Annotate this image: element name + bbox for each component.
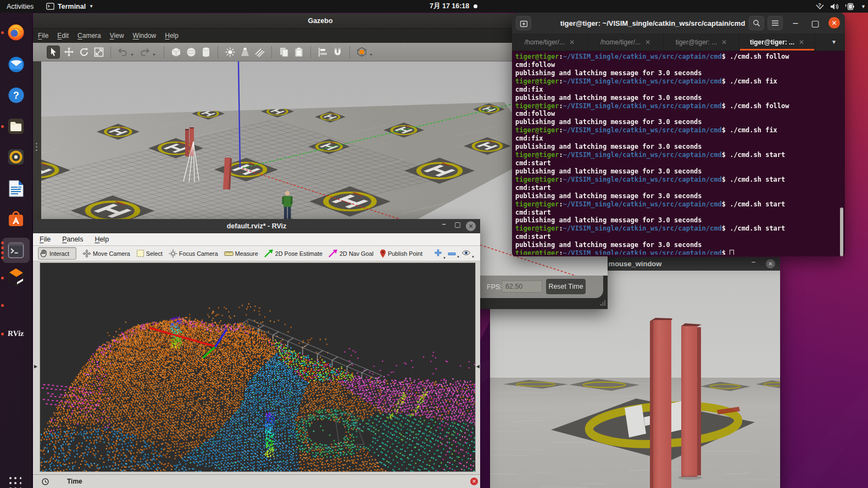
dock-item-files[interactable]: [6, 116, 26, 136]
dock-item-ubuntu-software[interactable]: [6, 209, 26, 229]
running-indicator-dot: [1, 333, 4, 335]
scrollbar-thumb[interactable]: [840, 207, 843, 256]
search-button[interactable]: [749, 16, 764, 30]
minimize-icon[interactable]: –: [752, 257, 755, 266]
gazebo-menu-window[interactable]: Window: [129, 32, 160, 40]
battery-icon: [844, 3, 855, 10]
rviz-tool-plus-icon[interactable]: ▼: [434, 249, 442, 259]
rviz-tool-minus-icon[interactable]: ▼: [448, 250, 456, 257]
menu-button[interactable]: [767, 16, 783, 30]
reset-time-button[interactable]: Reset Time: [546, 279, 586, 294]
terminal-tab-1[interactable]: /home/tiger/...✕: [512, 33, 588, 51]
tab-label: /home/tiger/...: [525, 38, 565, 46]
rviz-menu-file[interactable]: File: [35, 235, 55, 243]
tab-close-icon[interactable]: ✕: [569, 38, 575, 46]
gazebo-tool-cylinder-icon[interactable]: [200, 46, 212, 58]
gazebo-tool-redo-icon[interactable]: [139, 46, 151, 58]
gazebo-tool-snap-icon[interactable]: [332, 46, 343, 58]
terminal-tab-3[interactable]: tiger@tiger: ...✕: [664, 33, 739, 51]
show-applications-button[interactable]: [9, 477, 23, 488]
gazebo-tool-viewangle-icon[interactable]: [356, 46, 368, 58]
dropdown-arrow-icon[interactable]: ▼: [152, 46, 156, 58]
resize-grip-icon[interactable]: [600, 300, 606, 306]
mouse-window-title: mouse_window: [609, 260, 662, 268]
rviz-3d-view[interactable]: [40, 262, 476, 472]
gazebo-tool-pointlight-icon[interactable]: [224, 46, 236, 58]
rviz-titlebar[interactable]: default.rviz* - RViz – ▢ ✕: [33, 219, 480, 233]
tab-close-icon[interactable]: ✕: [799, 38, 804, 46]
fps-value-field[interactable]: 62.50: [502, 281, 542, 293]
tool-label: Interact: [49, 250, 69, 257]
rviz-menu-panels[interactable]: Panels: [57, 235, 88, 243]
dock-item-thunderbird[interactable]: [6, 54, 26, 74]
gazebo-tool-spotlight-icon[interactable]: [239, 46, 251, 58]
maximize-icon[interactable]: ▢: [809, 17, 821, 29]
clock[interactable]: 7月 17 16:18: [430, 0, 477, 13]
maximize-icon[interactable]: ▢: [452, 220, 463, 228]
gazebo-menu-view[interactable]: View: [106, 32, 128, 40]
system-status-area[interactable]: ? ▼: [815, 0, 866, 13]
activities-button[interactable]: Activities: [0, 0, 40, 13]
tab-close-icon[interactable]: ✕: [645, 38, 650, 46]
dropdown-arrow-icon[interactable]: ▼: [369, 46, 373, 58]
minimize-icon[interactable]: –: [438, 220, 449, 228]
toolbar-separator: [164, 46, 164, 58]
close-icon[interactable]: ✕: [766, 259, 775, 268]
dock-item-rviz[interactable]: RViz: [6, 324, 26, 344]
terminal-header[interactable]: tiger@tiger: ~/VISIM_single/catkin_ws/sr…: [512, 13, 845, 33]
terminal-tab-4[interactable]: tiger@tiger: ...✕: [739, 33, 815, 51]
running-indicator-dot: [1, 31, 4, 34]
terminal-tab-2[interactable]: /home/tiger/...✕: [588, 33, 664, 51]
close-icon[interactable]: ✕: [828, 17, 840, 29]
gazebo-tool-box-icon[interactable]: [170, 46, 182, 58]
minimize-icon[interactable]: –: [789, 17, 802, 29]
gazebo-tool-copy-icon[interactable]: [278, 46, 290, 58]
gazebo-menu-help[interactable]: Help: [161, 32, 182, 40]
tab-list-dropdown-icon[interactable]: ▼: [823, 33, 845, 51]
close-icon[interactable]: ✕: [466, 221, 476, 231]
rviz-tool-focus-camera[interactable]: Focus Camera: [169, 249, 218, 258]
gazebo-tool-align-icon[interactable]: [317, 46, 329, 58]
terminal-output[interactable]: tiger@tiger:~/VISIM_single/catkin_ws/src…: [515, 53, 841, 255]
gazebo-tool-paste-icon[interactable]: [293, 46, 304, 58]
gazebo-tool-undo-icon[interactable]: [117, 46, 129, 58]
gazebo-menu-file[interactable]: File: [34, 32, 52, 40]
new-tab-button[interactable]: [516, 16, 531, 30]
rviz-menu-help[interactable]: Help: [90, 235, 114, 243]
rviz-tool-2d-pose-estimate[interactable]: 2D Pose Estimate: [264, 249, 322, 257]
dock-item-gazebo[interactable]: [6, 268, 26, 288]
gazebo-menu-edit[interactable]: Edit: [53, 32, 73, 40]
tool-label: Select: [146, 250, 163, 257]
dock-item-hidden-app[interactable]: [6, 295, 26, 315]
dock-item-help[interactable]: ?: [6, 85, 26, 105]
rviz-tool-interact[interactable]: Interact: [38, 247, 76, 260]
rviz-tool-measure[interactable]: Measure: [224, 250, 258, 257]
right-panel-expand-icon[interactable]: ◀: [476, 364, 480, 369]
chevron-down-icon: ▼: [89, 4, 93, 9]
gazebo-menu-camera[interactable]: Camera: [74, 32, 105, 40]
rviz-tool-move-camera[interactable]: Move Camera: [82, 249, 130, 258]
gazebo-tool-directionallight-icon[interactable]: [254, 46, 265, 58]
gazebo-tool-scale-icon[interactable]: [93, 46, 104, 58]
gazebo-tool-sphere-icon[interactable]: [185, 46, 197, 58]
dropdown-arrow-icon[interactable]: ▼: [130, 46, 134, 58]
time-panel-close-icon[interactable]: ✕: [470, 478, 478, 485]
gazebo-tool-rotate-icon[interactable]: [78, 46, 90, 58]
dock-item-rhythmbox[interactable]: [6, 147, 26, 167]
dock-item-firefox[interactable]: [6, 23, 26, 42]
dock-item-terminal[interactable]: [6, 240, 26, 260]
app-menu[interactable]: Terminal ▼: [46, 0, 93, 13]
rviz-tool-publish-point[interactable]: Publish Point: [380, 249, 422, 258]
tab-close-icon[interactable]: ✕: [721, 38, 727, 46]
dock-item-libreoffice-writer[interactable]: [6, 178, 26, 198]
tab-label: tiger@tiger: ...: [750, 38, 794, 46]
terminal-app-icon: [46, 3, 54, 10]
rviz-tool-select[interactable]: Select: [136, 249, 163, 257]
left-panel-expand-icon[interactable]: ▶: [34, 364, 37, 369]
rviz-window: default.rviz* - RViz – ▢ ✕ FilePanelsHel…: [33, 219, 480, 488]
rviz-tool-2d-nav-goal[interactable]: 2D Nav Goal: [329, 249, 374, 257]
running-indicator-dot: [1, 277, 4, 279]
gazebo-tool-translate-icon[interactable]: [63, 46, 75, 58]
gazebo-tool-select-arrow-icon[interactable]: [47, 46, 60, 59]
rviz-tool-eye-icon[interactable]: ▼: [461, 250, 471, 257]
